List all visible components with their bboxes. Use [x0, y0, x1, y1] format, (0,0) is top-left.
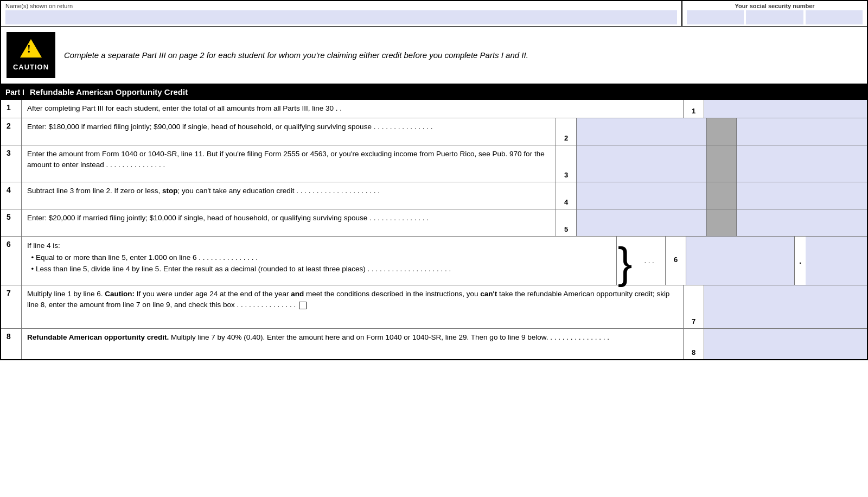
- name-input[interactable]: [5, 10, 677, 24]
- line5-input-left[interactable]: [577, 209, 707, 236]
- line7-checkbox[interactable]: [299, 302, 307, 309]
- part1-label: Part I: [5, 88, 24, 97]
- exclamation-icon: !: [27, 43, 31, 55]
- line3-desc: Enter the amount from Form 1040 or 1040-…: [22, 145, 556, 182]
- part1-title: Refundable American Opportunity Credit: [30, 87, 188, 97]
- line4-linenum: 4: [556, 182, 577, 209]
- line8-num: 8: [1, 329, 22, 359]
- line2-input-left[interactable]: [577, 118, 707, 145]
- line4-gray: [707, 182, 737, 209]
- line4-num: 4: [1, 182, 22, 209]
- line5-gray: [707, 209, 737, 236]
- line7-input[interactable]: [704, 285, 867, 328]
- line7-num: 7: [1, 285, 22, 328]
- line6-dots: . . .: [633, 237, 666, 285]
- line5-desc: Enter: $20,000 if married filing jointly…: [22, 209, 556, 236]
- name-label: Name(s) shown on return: [5, 3, 677, 9]
- ssn-box-3[interactable]: [806, 10, 863, 24]
- line5-num: 5: [1, 209, 22, 236]
- part1-header: Part I Refundable American Opportunity C…: [1, 85, 867, 100]
- line8-linenum: 8: [684, 329, 704, 359]
- line1-input[interactable]: [704, 100, 867, 118]
- caution-message: Complete a separate Part III on page 2 f…: [64, 49, 528, 62]
- line2-linenum: 2: [556, 118, 577, 145]
- line2-desc: Enter: $180,000 if married filing jointl…: [22, 118, 556, 145]
- line6-period: .: [795, 237, 806, 285]
- line2-num: 2: [1, 118, 22, 145]
- line4-row: 4 Subtract line 3 from line 2. If zero o…: [1, 182, 867, 209]
- line7-linenum: 7: [684, 285, 704, 328]
- line3-gray: [707, 145, 737, 182]
- line7-row: 7 Multiply line 1 by line 6. Caution: If…: [1, 285, 867, 329]
- ssn-box-1[interactable]: [687, 10, 744, 24]
- line6-num: 6: [1, 237, 22, 285]
- line6-brace-icon: }: [617, 237, 633, 285]
- line8-desc: Refundable American opportunity credit. …: [22, 329, 684, 359]
- line5-row: 5 Enter: $20,000 if married filing joint…: [1, 209, 867, 237]
- caution-text-label: CAUTION: [13, 63, 49, 71]
- ssn-label: Your social security number: [687, 3, 863, 9]
- ssn-boxes: [687, 10, 863, 24]
- line4-input-right[interactable]: [737, 182, 867, 209]
- line6-row: 6 If line 4 is: • Equal to or more than …: [1, 237, 867, 285]
- line1-linenum: 1: [684, 100, 704, 118]
- caution-section: ! CAUTION Complete a separate Part III o…: [1, 27, 867, 85]
- line3-linenum: 3: [556, 145, 577, 182]
- form-outer: Name(s) shown on return Your social secu…: [0, 0, 868, 360]
- line3-num: 3: [1, 145, 22, 182]
- line6-input-after-period[interactable]: [806, 237, 867, 285]
- line4-input-left[interactable]: [577, 182, 707, 209]
- caution-triangle: !: [20, 39, 42, 58]
- line3-row: 3 Enter the amount from Form 1040 or 104…: [1, 145, 867, 182]
- line7-desc: Multiply line 1 by line 6. Caution: If y…: [22, 285, 684, 328]
- line2-gray: [707, 118, 737, 145]
- line1-row: 1 After completing Part III for each stu…: [1, 100, 867, 118]
- line1-desc: After completing Part III for each stude…: [22, 100, 684, 118]
- line5-input-right[interactable]: [737, 209, 867, 236]
- line2-row: 2 Enter: $180,000 if married filing join…: [1, 118, 867, 145]
- page: Name(s) shown on return Your social secu…: [0, 0, 868, 360]
- line6-linenum: 6: [666, 237, 686, 285]
- line5-linenum: 5: [556, 209, 577, 236]
- name-field-container: Name(s) shown on return: [1, 1, 682, 26]
- line3-input-right[interactable]: [737, 145, 867, 182]
- line1-num: 1: [1, 100, 22, 118]
- line6-input[interactable]: [686, 237, 795, 285]
- header-row: Name(s) shown on return Your social secu…: [1, 1, 867, 27]
- line8-input[interactable]: [704, 329, 867, 359]
- line8-row: 8 Refundable American opportunity credit…: [1, 329, 867, 359]
- ssn-box-2[interactable]: [746, 10, 803, 24]
- line6-desc: If line 4 is: • Equal to or more than li…: [22, 237, 617, 285]
- ssn-container: Your social security number: [682, 1, 867, 26]
- line3-input-left[interactable]: [577, 145, 707, 182]
- caution-icon: ! CAUTION: [7, 32, 55, 78]
- line2-input-right[interactable]: [737, 118, 867, 145]
- line4-desc: Subtract line 3 from line 2. If zero or …: [22, 182, 556, 209]
